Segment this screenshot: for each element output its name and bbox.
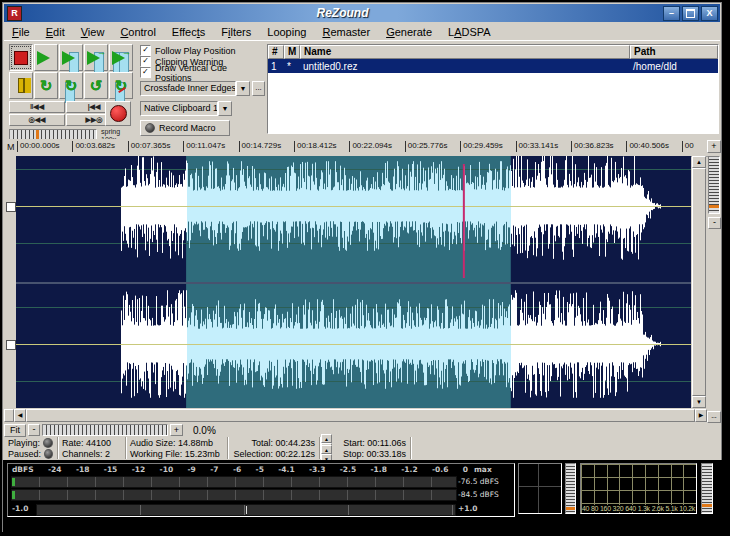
- vertical-zoom-slider[interactable]: [708, 156, 720, 214]
- vertical-zoom-in-button[interactable]: +: [707, 140, 721, 153]
- minimize-button[interactable]: –: [663, 6, 680, 21]
- waveform-canvas[interactable]: [16, 156, 691, 408]
- loop-selection-button[interactable]: ↻: [59, 72, 83, 99]
- menu-effects[interactable]: Effects: [164, 25, 213, 39]
- zoom-in-button[interactable]: +: [170, 424, 183, 436]
- horizontal-zoom-slider[interactable]: [42, 424, 168, 436]
- pane-resize-button[interactable]: --: [707, 411, 721, 423]
- status-cell: Playing:: [4, 437, 58, 448]
- status-label: Paused:: [8, 449, 41, 459]
- jump-to-beginning-button[interactable]: ‖◀◀: [9, 101, 65, 113]
- vertical-scrollbar[interactable]: ▲ ▼: [692, 156, 706, 408]
- record-icon: [110, 105, 127, 122]
- frequency-analyzer[interactable]: 40801603206401.3k2.6k5.1k10.2k: [580, 463, 697, 514]
- menu-control[interactable]: Control: [112, 25, 163, 39]
- shuttle-spring-label[interactable]: spring: [101, 128, 120, 136]
- analyzer-zoom-slider[interactable]: [701, 463, 713, 514]
- balance-meter: [36, 504, 456, 516]
- app-icon[interactable]: R: [7, 6, 22, 21]
- scroll-up-icon[interactable]: ▲: [692, 156, 706, 168]
- open-files-list[interactable]: #MNamePath 1*untitled0.rez/home/dld: [267, 44, 719, 134]
- menu-view[interactable]: View: [73, 25, 113, 39]
- column-header-#[interactable]: #: [268, 45, 284, 59]
- status-cell: Selection: 00:22.12s: [228, 448, 320, 459]
- analyzer-zoom-handle[interactable]: [702, 504, 712, 507]
- spin-up-icon[interactable]: ▲: [321, 445, 332, 454]
- loop-gap-button[interactable]: ↻: [109, 72, 133, 99]
- zoom-out-button[interactable]: -: [28, 424, 40, 436]
- phase-scope-zoom-handle[interactable]: [566, 507, 575, 510]
- chevron-down-icon[interactable]: ▼: [236, 81, 250, 96]
- file-list-row[interactable]: 1*untitled0.rez/home/dld: [268, 59, 718, 73]
- record-macro-button[interactable]: Record Macro: [140, 120, 230, 136]
- ruler-mode-label[interactable]: M: [7, 142, 15, 152]
- vertical-scrollbar-thumb[interactable]: [692, 168, 706, 396]
- loop-all-button[interactable]: ↻: [34, 72, 58, 99]
- menu-ladspa[interactable]: LADSPA: [440, 25, 499, 39]
- vertical-zoom-out-button[interactable]: -: [708, 217, 721, 229]
- channel2-select-handle[interactable]: [6, 340, 16, 350]
- channel1-select-handle[interactable]: [6, 202, 16, 212]
- phase-scope[interactable]: [518, 463, 562, 514]
- play-selection-icon: [61, 48, 81, 68]
- stop-icon: [14, 51, 28, 65]
- chevron-down-icon[interactable]: ▼: [218, 101, 232, 116]
- pause-button[interactable]: [9, 72, 33, 99]
- meter-readout-left: -76.5 dBFS: [458, 477, 516, 486]
- freq-label: 320: [613, 505, 624, 512]
- ruler-tick: 00:18.412s: [294, 141, 337, 152]
- vertical-zoom-handle[interactable]: [709, 205, 719, 208]
- level-meters-panel[interactable]: dBFS-24-18-15-12-10-9-7-6-5-4.1-3.3-2.5-…: [7, 463, 515, 517]
- record-macro-led-icon: [145, 123, 155, 133]
- title-bar[interactable]: R ReZound – X: [4, 4, 720, 22]
- db-scale-label: -0.6: [432, 465, 448, 474]
- checkbox-follow-play-position[interactable]: ✓Follow Play Position: [140, 45, 265, 56]
- scroll-down-icon[interactable]: ▼: [692, 396, 706, 408]
- play-selection-once-button[interactable]: →: [84, 44, 108, 71]
- phase-scope-h-axis: [519, 486, 561, 487]
- column-header-name[interactable]: Name: [300, 45, 630, 59]
- time-spinner[interactable]: ▲▼: [320, 448, 333, 459]
- play-selection-button[interactable]: [59, 44, 83, 71]
- column-header-m[interactable]: M: [284, 45, 300, 59]
- spin-up-icon[interactable]: ▲: [321, 434, 332, 443]
- time-ruler[interactable]: M 00:00.000s00:03.682s00:07.365s00:11.04…: [4, 139, 709, 157]
- fit-button[interactable]: Fit: [4, 424, 26, 437]
- shuttle-slider-handle[interactable]: [36, 130, 39, 139]
- menu-file[interactable]: File: [4, 25, 38, 39]
- close-button[interactable]: X: [701, 6, 718, 21]
- maximize-button[interactable]: [682, 6, 699, 21]
- scrollbar-corner-button[interactable]: [4, 409, 14, 422]
- crossfade-combo[interactable]: Crossfade Inner Edges ▼: [140, 81, 250, 96]
- scroll-left-icon[interactable]: ◀: [14, 409, 26, 422]
- checkbox-draw-vertical-cue-positions[interactable]: ✓Draw Vertical Cue Positions: [140, 67, 265, 78]
- stop-button[interactable]: [9, 44, 33, 71]
- phase-scope-zoom-slider[interactable]: [565, 463, 576, 514]
- scroll-right-icon[interactable]: ▶: [695, 409, 707, 422]
- clipboard-combo[interactable]: Native Clipboard 1 ▼: [140, 101, 232, 116]
- horizontal-scrollbar[interactable]: ◀ ▶: [4, 409, 707, 422]
- horizontal-scrollbar-thumb[interactable]: [26, 409, 695, 422]
- play-screen-button[interactable]: →: [109, 44, 133, 71]
- crossfade-more-button[interactable]: ...: [252, 81, 265, 96]
- menu-remaster[interactable]: Remaster: [314, 25, 378, 39]
- db-scale-label: 0: [463, 465, 468, 474]
- column-header-path[interactable]: Path: [630, 45, 718, 59]
- db-scale-label: -18: [76, 465, 90, 474]
- loop-all-icon: ↻: [40, 78, 53, 93]
- status-label: Stop: 00:33.18s: [343, 449, 406, 459]
- menu-looping[interactable]: Looping: [259, 25, 314, 39]
- status-cell: Channels: 2: [58, 448, 126, 459]
- menu-edit[interactable]: Edit: [38, 25, 73, 39]
- play-all-button[interactable]: [34, 44, 58, 71]
- record-button[interactable]: [105, 101, 131, 126]
- menu-filters[interactable]: Filters: [213, 25, 259, 39]
- menu-generate[interactable]: Generate: [378, 25, 440, 39]
- checkmark-icon: ✓: [140, 45, 151, 56]
- db-scale-label: -15: [104, 465, 118, 474]
- loop-skip-most-button[interactable]: ↺: [84, 72, 108, 99]
- db-scale-label: -4.1: [278, 465, 294, 474]
- jump-to-prev-cue-button[interactable]: ◎◀◀: [9, 114, 65, 126]
- status-led-icon: [44, 449, 53, 459]
- checkbox-label: Draw Vertical Cue Positions: [155, 63, 265, 83]
